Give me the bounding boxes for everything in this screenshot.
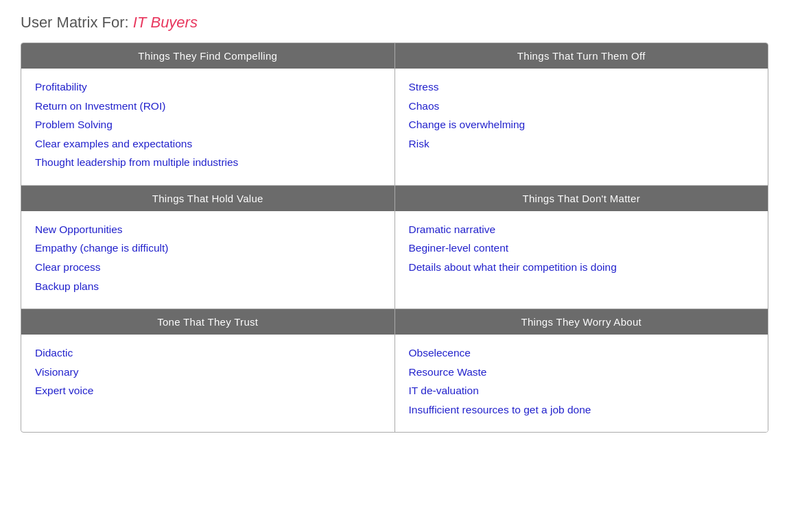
matrix-cell-2-1: Things They Worry AboutObselecenceResour… bbox=[395, 309, 768, 432]
cell-item-0-1-2: Change is overwhelming bbox=[409, 116, 755, 134]
matrix-cell-2-0: Tone That They TrustDidacticVisionaryExp… bbox=[21, 309, 395, 432]
cell-item-2-1-0: Obselecence bbox=[409, 344, 755, 362]
title-label: User Matrix For: bbox=[21, 14, 133, 31]
matrix-cell-1-0: Things That Hold ValueNew OpportunitiesE… bbox=[21, 186, 395, 309]
cell-item-2-1-2: IT de-valuation bbox=[409, 382, 755, 400]
cell-item-1-1-1: Beginer-level content bbox=[409, 239, 755, 257]
cell-body-2-1: ObselecenceResource WasteIT de-valuation… bbox=[395, 335, 768, 432]
cell-item-2-0-1: Visionary bbox=[35, 363, 381, 381]
matrix-row-0: Things They Find CompellingProfitability… bbox=[21, 43, 768, 186]
cell-item-0-1-0: Stress bbox=[409, 78, 755, 96]
cell-item-1-0-1: Empathy (change is difficult) bbox=[35, 239, 381, 257]
page-title: User Matrix For: IT Buyers bbox=[21, 14, 768, 32]
cell-item-2-1-3: Insufficient resources to get a job done bbox=[409, 401, 755, 419]
cell-header-1-1: Things That Don't Matter bbox=[395, 186, 768, 211]
cell-item-0-0-0: Profitability bbox=[35, 78, 381, 96]
cell-body-0-1: StressChaosChange is overwhelmingRisk bbox=[395, 69, 768, 166]
cell-item-0-1-3: Risk bbox=[409, 135, 755, 153]
matrix-cell-0-1: Things That Turn Them OffStressChaosChan… bbox=[395, 43, 768, 185]
cell-item-2-0-0: Didactic bbox=[35, 344, 381, 362]
cell-item-0-0-1: Return on Investment (ROI) bbox=[35, 97, 381, 115]
cell-item-0-0-3: Clear examples and expectations bbox=[35, 135, 381, 153]
cell-header-0-0: Things They Find Compelling bbox=[21, 43, 394, 69]
cell-body-1-0: New OpportunitiesEmpathy (change is diff… bbox=[21, 211, 394, 309]
cell-item-2-0-2: Expert voice bbox=[35, 382, 381, 400]
cell-body-0-0: ProfitabilityReturn on Investment (ROI)P… bbox=[21, 69, 394, 185]
matrix-row-1: Things That Hold ValueNew OpportunitiesE… bbox=[21, 186, 768, 309]
cell-item-1-0-3: Backup plans bbox=[35, 278, 381, 295]
matrix-container: Things They Find CompellingProfitability… bbox=[21, 43, 768, 433]
cell-header-2-1: Things They Worry About bbox=[395, 309, 768, 335]
matrix-cell-1-1: Things That Don't MatterDramatic narrati… bbox=[395, 186, 768, 309]
cell-item-2-1-1: Resource Waste bbox=[409, 363, 755, 381]
cell-header-0-1: Things That Turn Them Off bbox=[395, 43, 768, 69]
cell-header-2-0: Tone That They Trust bbox=[21, 309, 394, 335]
cell-item-1-0-2: Clear process bbox=[35, 258, 381, 276]
cell-body-1-1: Dramatic narrativeBeginer-level contentD… bbox=[395, 211, 768, 307]
cell-header-1-0: Things That Hold Value bbox=[21, 186, 394, 211]
cell-item-1-1-0: Dramatic narrative bbox=[409, 221, 755, 239]
matrix-cell-0-0: Things They Find CompellingProfitability… bbox=[21, 43, 395, 185]
cell-item-1-1-2: Details about what their competition is … bbox=[409, 258, 755, 276]
cell-item-0-1-1: Chaos bbox=[409, 97, 755, 115]
cell-item-1-0-0: New Opportunities bbox=[35, 221, 381, 239]
cell-body-2-0: DidacticVisionaryExpert voice bbox=[21, 335, 394, 431]
cell-item-0-0-4: Thought leadership from multiple industr… bbox=[35, 154, 381, 171]
title-value: IT Buyers bbox=[133, 14, 198, 31]
matrix-row-2: Tone That They TrustDidacticVisionaryExp… bbox=[21, 309, 768, 432]
cell-item-0-0-2: Problem Solving bbox=[35, 116, 381, 134]
